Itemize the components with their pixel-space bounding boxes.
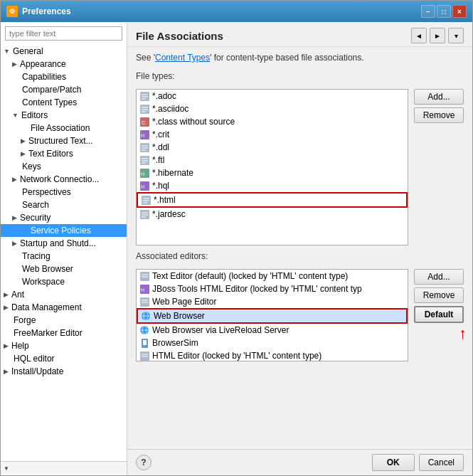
default-editor-button[interactable]: Default	[414, 306, 464, 323]
add-file-type-button[interactable]: Add...	[414, 89, 464, 105]
assoc-editor-item[interactable]: Text Editor (default) (locked by 'HTML' …	[137, 270, 408, 282]
tree-arrow-icon: ▶	[4, 342, 9, 349]
tree-arrow-icon: ▶	[21, 137, 26, 144]
file-type-icon	[139, 209, 149, 219]
tree-item[interactable]: ▶Structured Text...	[1, 134, 127, 147]
remove-file-type-button[interactable]: Remove	[414, 107, 464, 123]
sidebar-scroll-bottom[interactable]: ▼	[1, 461, 127, 475]
svg-text:C: C	[142, 120, 146, 126]
tree-item[interactable]: ▶Data Management	[1, 301, 127, 314]
sidebar: ▼General▶AppearanceCapabilitiesCompare/P…	[1, 22, 127, 475]
assoc-editor-item[interactable]: HJBoss Tools HTML Editor (locked by 'HTM…	[137, 282, 408, 295]
file-type-item[interactable]: *.jardesc	[137, 208, 408, 221]
window-title: Preferences	[22, 6, 71, 16]
svg-text:H: H	[141, 171, 144, 176]
minimize-button[interactable]: −	[421, 5, 435, 18]
main-header: File Associations ◄ ► ▾	[127, 22, 472, 47]
content-types-link[interactable]: Content Types	[155, 53, 210, 63]
panel-title: File Associations	[136, 30, 223, 42]
file-type-item[interactable]: *.ftl	[137, 154, 408, 166]
tree-item[interactable]: Tracing	[1, 250, 127, 263]
tree-item-label: Text Editors	[28, 149, 73, 159]
tree-item-label: File Association	[31, 123, 90, 133]
back-icon: ◄	[415, 32, 422, 40]
associated-editors-list[interactable]: Text Editor (default) (locked by 'HTML' …	[136, 269, 408, 361]
file-types-list[interactable]: *.adoc*.asciidocC*.class without sourceH…	[136, 89, 408, 245]
file-type-label: *.ddl	[152, 142, 169, 152]
file-type-item[interactable]: *.html	[137, 192, 408, 208]
help-button[interactable]: ?	[136, 455, 152, 470]
tree-item[interactable]: ▶Text Editors	[1, 147, 127, 160]
file-type-item[interactable]: H*.crit	[137, 128, 408, 141]
tree-item[interactable]: Web Browser	[1, 263, 127, 275]
assoc-editor-item[interactable]: Web Browser via LiveReload Server	[137, 324, 408, 337]
tree-item[interactable]: ▼General	[1, 45, 127, 58]
assoc-editor-label: HTML Editor (locked by 'HTML' content ty…	[152, 351, 321, 361]
add-editor-button[interactable]: Add...	[414, 269, 464, 285]
tree-item[interactable]: ▶Help	[1, 339, 127, 352]
file-type-item[interactable]: H*.hibernate	[137, 166, 408, 179]
tree-item[interactable]: ▶Appearance	[1, 58, 127, 70]
tree-item[interactable]: ▶Startup and Shutd...	[1, 237, 127, 250]
tree-item[interactable]: Perspectives	[1, 186, 127, 199]
desc-suffix: ' for content-type based file associatio…	[210, 53, 363, 63]
assoc-editor-icon	[141, 311, 151, 321]
tree-item-label: Forge	[14, 315, 36, 325]
file-type-item[interactable]: *.asciidoc	[137, 102, 408, 115]
tree-item[interactable]: ▶Ant	[1, 288, 127, 301]
tree-item[interactable]: ▶Install/Update	[1, 365, 127, 378]
tree-item[interactable]: Compare/Patch	[1, 83, 127, 96]
tree-item[interactable]: ▶Security	[1, 211, 127, 224]
assoc-editor-item[interactable]: HTML Editor (locked by 'HTML' content ty…	[137, 349, 408, 361]
maximize-button[interactable]: □	[437, 5, 451, 18]
file-type-label: *.asciidoc	[152, 104, 188, 114]
back-button[interactable]: ◄	[411, 28, 427, 43]
tree-item[interactable]: Service Policies	[1, 224, 127, 237]
tree-item[interactable]: ▶Network Connectio...	[1, 173, 127, 186]
tree-item-label: Capabilities	[22, 72, 66, 82]
tree-item[interactable]: Forge	[1, 314, 127, 327]
tree-item[interactable]: Keys	[1, 160, 127, 173]
tree-item-label: Workspace	[22, 277, 65, 287]
remove-editor-button[interactable]: Remove	[414, 287, 464, 303]
file-type-item[interactable]: H*.hql	[137, 179, 408, 192]
assoc-editor-label: Web Page Editor	[152, 297, 217, 307]
filter-input[interactable]	[5, 26, 122, 41]
tree-item[interactable]: FreeMarker Editor	[1, 327, 127, 339]
tree-item-label: Data Management	[11, 302, 82, 312]
assoc-editor-item[interactable]: Web Browser	[137, 308, 408, 324]
tree-item[interactable]: Capabilities	[1, 70, 127, 83]
tree-item-label: Editors	[21, 110, 48, 120]
tree-item-label: Content Types	[22, 97, 77, 107]
file-type-item[interactable]: C*.class without source	[137, 115, 408, 128]
tree-item-label: Ant	[11, 290, 24, 300]
tree-item[interactable]: File Association	[1, 122, 127, 134]
close-button[interactable]: ×	[452, 5, 467, 18]
ok-button[interactable]: OK	[372, 454, 415, 471]
file-type-icon: C	[139, 117, 149, 127]
file-type-icon	[139, 155, 149, 165]
assoc-editor-icon	[139, 271, 149, 281]
tree-arrow-icon: ▶	[12, 176, 17, 183]
tree-item[interactable]: Workspace	[1, 275, 127, 288]
dialog-buttons: OK Cancel	[372, 454, 464, 471]
file-type-label: *.crit	[152, 129, 169, 139]
assoc-editor-item[interactable]: BrowserSim	[137, 337, 408, 349]
assoc-editor-item[interactable]: Web Page Editor	[137, 295, 408, 308]
assoc-editors-buttons: Add... Remove Default ↑	[414, 269, 464, 323]
assoc-editor-label: Web Browser	[154, 311, 205, 321]
file-type-item[interactable]: *.ddl	[137, 141, 408, 154]
tree-item[interactable]: ▼Editors	[1, 109, 127, 122]
nav-dropdown-button[interactable]: ▾	[448, 28, 464, 43]
tree-item[interactable]: HQL editor	[1, 352, 127, 365]
forward-button[interactable]: ►	[430, 28, 445, 43]
tree-item-label: Keys	[22, 162, 41, 171]
tree-item-label: Install/Update	[11, 366, 63, 376]
cancel-button[interactable]: Cancel	[419, 454, 464, 471]
tree-item-label: HQL editor	[14, 354, 55, 364]
tree-item[interactable]: Search	[1, 199, 127, 211]
file-type-item[interactable]: *.adoc	[137, 90, 408, 102]
tree-item[interactable]: Content Types	[1, 96, 127, 109]
tree-item-label: Network Connectio...	[20, 174, 99, 184]
tree-arrow-icon: ▶	[4, 368, 9, 375]
